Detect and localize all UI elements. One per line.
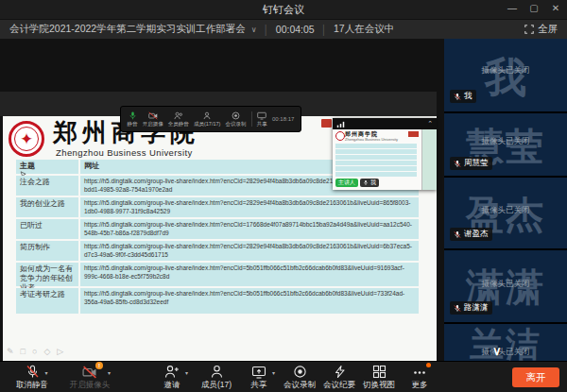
mic-muted-icon (454, 230, 461, 239)
unmute-button[interactable]: ▾ 取消静音 (6, 365, 59, 389)
mic-muted-icon (454, 160, 461, 168)
window-title: 钉钉会议 (0, 3, 567, 17)
pip-content: 郑州商学院 Zhengzhou Business University 主讲人 … (333, 129, 437, 190)
captured-timer: 00:18:17 (272, 116, 294, 122)
more-button[interactable]: 更多 (401, 365, 438, 389)
pip-university-name-en: Zhengzhou Business University (345, 137, 398, 142)
captured-share-button: 共享 (257, 111, 267, 127)
dingtalk-meeting-window: 钉钉会议 — ▢ ✕ 会计学院2021-2022学年第二学期实习实训工作部署会 … (0, 0, 567, 392)
participants-sidebar: 我 摄像头已关闭 我 慧莹 摄像头已关闭 周慧莹 盈杰 摄像头已关闭 谢盈杰 (444, 39, 567, 361)
share-button[interactable]: ▾ 共享 (238, 365, 280, 389)
participant-tile[interactable]: 兰洁 摄像头已关闭 (444, 324, 567, 361)
members-button[interactable]: 成员(17) (193, 365, 240, 389)
camera-off-label: 摄像头已关闭 (444, 347, 567, 358)
chevron-up-icon: ⌃ (427, 120, 433, 128)
pip-self-name-tag: 我 (360, 179, 379, 187)
meeting-info-bar: 会计学院2021-2022学年第二学期实习实训工作部署会 ∨ │ 00:04:0… (0, 20, 567, 39)
fullscreen-button[interactable]: 全屏 (524, 23, 558, 36)
mic-muted-icon (454, 304, 461, 313)
circle-icon: ○ (32, 347, 43, 356)
maximize-button[interactable]: ▢ (525, 3, 542, 16)
table-row: 我的创业之路 https://h5.dingtalk.com/group-liv… (16, 197, 419, 217)
table-cell-topic: 如何成为一名有竞争力的年轻创业者 (16, 263, 78, 286)
captured-mute-button: 静音 (128, 111, 138, 127)
person-icon (210, 365, 224, 379)
table-cell-url: https://h5.dingtalk.com/group-live-share… (80, 263, 419, 286)
university-logo: ✦ (9, 121, 44, 157)
leave-button[interactable]: 离开 (512, 367, 559, 387)
record-button[interactable]: 会议录制 (278, 365, 321, 389)
table-cell-topic: 简历制作 (16, 241, 78, 261)
mic-muted-icon (454, 93, 461, 101)
participant-name-tag: 路潇潇 (450, 301, 492, 315)
more-notification-dot (426, 363, 431, 367)
table-cell-topic: 已听过 (16, 219, 78, 239)
meeting-timer: 00:04:05 (276, 24, 315, 35)
meeting-toolbar: ▾ 取消静音 ! ▾ 开启摄像头 ▾ 邀请 成员(17) (0, 361, 567, 392)
caret-icon[interactable]: ▾ (185, 368, 188, 378)
table-cell-url: https://h5.dingtalk.com/group-live-share… (80, 288, 419, 314)
rectangle-icon: □ (21, 347, 32, 356)
participant-name-tag: 我 (450, 90, 476, 103)
table-cell-topic: 我的创业之路 (16, 197, 78, 217)
university-name-en: Zhengzhou Business University (56, 147, 193, 158)
captured-record-button: 会议录制 (226, 111, 247, 127)
participant-name-tag: 周慧莹 (450, 157, 492, 170)
window-titlebar: 钉钉会议 — ▢ ✕ (0, 0, 567, 20)
table-row: 如何成为一名有竞争力的年轻创业者 https://h5.dingtalk.com… (16, 263, 419, 286)
pip-preview-window[interactable]: ⌃ 郑州商学院 Zhengzhou Business University 主讲… (333, 118, 437, 190)
camera-off-icon (148, 111, 158, 120)
camera-on-button[interactable]: ! ▾ 开启摄像头 (60, 365, 119, 389)
camera-warning-badge: ! (95, 362, 103, 369)
meeting-title: 会计学院2021-2022学年第二学期实习实训工作部署会 (9, 23, 246, 36)
table-row: 已听过 https://h5.dingtalk.com/group-live-s… (16, 219, 419, 239)
captured-members-button: 成员(17/17) (194, 111, 220, 127)
minutes-button[interactable]: 会议纪要 (318, 365, 361, 389)
sidebar-collapse-chevron[interactable]: ∨ (492, 344, 502, 358)
caret-icon[interactable]: ▾ (44, 368, 47, 378)
screen-share-icon (257, 111, 266, 120)
record-icon (293, 365, 307, 379)
camera-off-label: 摄像头已关闭 (444, 136, 567, 147)
switch-view-button[interactable]: 切换视图 (357, 365, 401, 389)
table-cell-url: https://h5.dingtalk.com/group-live-share… (80, 197, 419, 217)
signal-icon (336, 121, 345, 128)
participant-tile[interactable]: 我 摄像头已关闭 我 (444, 39, 567, 111)
captured-mute-all-button: 全员静音 (168, 111, 189, 127)
close-button[interactable]: ✕ (547, 3, 564, 16)
captured-meeting-toolbar: 静音 开启摄像 全员静音 成员(17/17) 会议录制 共享 (120, 106, 301, 132)
grid-view-icon (372, 365, 387, 379)
pencil-icon: ✎ (7, 347, 21, 356)
table-cell-topic: 考证考研之路 (16, 288, 78, 314)
captured-camera-button: 开启摄像 (143, 111, 163, 127)
cursor-tool-icon: ▷ (57, 347, 70, 356)
annotation-toolbar: ✎□○◇▷ (7, 347, 70, 356)
mic-muted-icon (26, 365, 40, 379)
mic-icon (129, 111, 137, 120)
invite-button[interactable]: ▾ 邀请 (151, 365, 193, 389)
person-icon (202, 111, 212, 120)
flash-notes-icon (333, 365, 347, 379)
table-cell-url: https://h5.dingtalk.com/group-live-share… (80, 219, 419, 239)
table-row: 考证考研之路 https://h5.dingtalk.com/group-liv… (16, 288, 419, 314)
record-icon (232, 111, 240, 120)
minimize-button[interactable]: — (504, 3, 521, 16)
participant-count: 17人在会议中 (334, 23, 394, 36)
participant-tile[interactable]: 盈杰 摄像头已关闭 谢盈杰 (444, 178, 567, 248)
caret-icon[interactable]: ▾ (272, 368, 275, 378)
table-row: 简历制作 https://h5.dingtalk.com/group-live-… (16, 241, 419, 261)
participant-tile[interactable]: 慧莹 摄像头已关闭 周慧莹 (444, 113, 567, 176)
pip-titlebar: ⌃ (333, 118, 437, 129)
table-cell-url: https://h5.dingtalk.com/group-live-share… (80, 241, 419, 261)
participant-name-tag: 谢盈杰 (450, 228, 492, 241)
people-icon (174, 111, 183, 120)
caret-icon[interactable]: ▾ (108, 368, 111, 378)
diamond-icon: ◇ (43, 347, 57, 356)
invite-person-icon (164, 365, 180, 379)
chevron-down-icon[interactable]: ∨ (251, 26, 257, 34)
mic-icon (363, 179, 369, 186)
participant-tile[interactable]: 潇潇 摄像头已关闭 路潇潇 (444, 250, 567, 322)
fullscreen-icon (524, 25, 534, 34)
presenter-badge: 主讲人 (335, 179, 358, 187)
sharing-indicator-badge (321, 119, 332, 128)
